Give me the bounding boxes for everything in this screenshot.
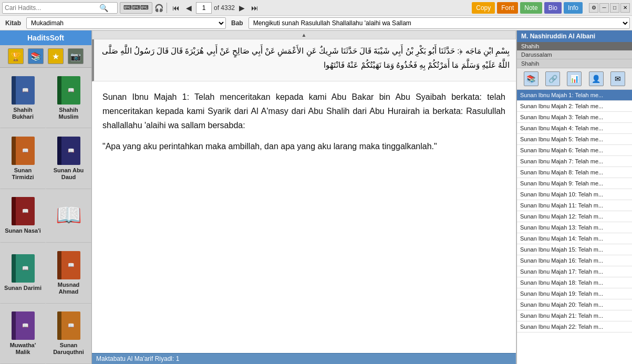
book-sunan-abu-daud[interactable]: 📖 Sunan Abu Daud <box>46 128 91 189</box>
minimize-button[interactable]: ─ <box>599 3 609 13</box>
nav-next-button[interactable]: ▶ <box>237 3 247 13</box>
book-sunan-darimi[interactable]: 📖 Sunan Darimi <box>0 243 46 303</box>
right-subheader: Shahih <box>517 42 632 50</box>
hadith-list-item[interactable]: Sunan Ibnu Majah 21: Telah m... <box>517 310 632 321</box>
book-sunan-nasai[interactable]: 📖 Sunan Nasa'i <box>0 189 46 243</box>
hadith-list-item[interactable]: Sunan Ibnu Majah 20: Telah m... <box>517 299 632 310</box>
page-total-text: of 4332 <box>214 4 235 12</box>
star-icon[interactable]: ★ <box>48 48 64 64</box>
top-toolbar: 🔍 ⌨⌨⌨ 🎧 ⏮ ◀ 1 of 4332 ▶ ⏭ Copy Font Note… <box>0 0 632 16</box>
page-number-input[interactable]: 1 <box>196 2 212 14</box>
book-shahih-bukhari[interactable]: 📖 Shahih Bukhari <box>0 68 46 128</box>
right-icons: 📚 🔗 📊 👤 ✉ <box>517 68 632 90</box>
book-label-muwatha-malik: Muwatha' Malik <box>3 342 43 356</box>
settings-icon[interactable]: ⚙ <box>589 3 598 13</box>
book-label-sunan-darimi: Sunan Darimi <box>4 285 42 292</box>
trophy-icon[interactable]: 🏆 <box>8 48 24 64</box>
hadith-list-item[interactable]: Sunan Ibnu Majah 13: Telah m... <box>517 222 632 233</box>
book-label-sunan-nasai: Sunan Nasa'i <box>5 227 41 234</box>
book-label-sunan-abu-daud: Sunan Abu Daud <box>48 167 89 181</box>
nav-prev-button[interactable]: ◀ <box>184 3 194 13</box>
hadith-list-item[interactable]: Sunan Ibnu Majah 9: Telah me... <box>517 178 632 189</box>
book-muwatha-malik[interactable]: 📖 Muwatha' Malik <box>0 304 46 364</box>
camera-icon[interactable]: 📷 <box>68 48 84 64</box>
hadith-line1: Sunan Ibnu Majah 1: Telah menceritakan k… <box>102 90 505 133</box>
search-icon[interactable]: 🔍 <box>99 4 108 12</box>
book-sunan-tirmidzi[interactable]: 📖 Sunan Tirmidzi <box>0 128 46 189</box>
copy-button[interactable]: Copy <box>472 2 495 14</box>
book-label-shahih-muslim: Shahih Muslim <box>48 107 89 120</box>
kitab-bar: Kitab Mukadimah Bab Mengikuti sunah Rasu… <box>0 16 632 30</box>
bab-label: Bab <box>228 19 246 27</box>
hadith-list-item[interactable]: Sunan Ibnu Majah 8: Telah me... <box>517 167 632 178</box>
bio-button[interactable]: Bio <box>544 2 562 14</box>
book-shahih-muslim[interactable]: 📖 Shahih Muslim <box>46 68 91 128</box>
hadith-list-item[interactable]: Sunan Ibnu Majah 12: Telah m... <box>517 211 632 222</box>
nav-last-button[interactable]: ⏭ <box>249 3 261 13</box>
nav-first-button[interactable]: ⏮ <box>170 3 182 13</box>
headphone-icon[interactable]: 🎧 <box>154 4 163 12</box>
hadith-list-item[interactable]: Sunan Ibnu Majah 4: Telah me... <box>517 123 632 134</box>
maximize-button[interactable]: □ <box>610 3 619 13</box>
right-mail-icon[interactable]: ✉ <box>610 71 625 86</box>
middle-content: ▲ بِسْمِ ابْنِ مَاجَه ﴿: حَدَّثَنَا أَبُ… <box>92 30 516 364</box>
hadith-list-item[interactable]: Sunan Ibnu Majah 10: Telah m... <box>517 189 632 200</box>
note-button[interactable]: Note <box>520 2 542 14</box>
window-controls: ⚙ ─ □ ✕ <box>589 3 630 13</box>
books-grid: 📖 Shahih Bukhari 📖 Shahih Muslim 📖 Sunan… <box>0 68 91 364</box>
right-panel: M. Nashiruddin Al Albani Shahih Darussal… <box>516 30 632 364</box>
bab-select[interactable]: Mengikuti sunah Rasulullah Shallallahu '… <box>248 17 630 29</box>
left-sidebar: HaditsSoft 🏆 📚 ★ 📷 📖 Shahih Bukhari 📖 <box>0 30 92 364</box>
right-book-icon[interactable]: 📚 <box>524 71 538 86</box>
hadith-content: Sunan Ibnu Majah 1: Telah menceritakan k… <box>92 81 516 353</box>
hadith-list: Sunan Ibnu Majah 1: Telah me...Sunan Ibn… <box>517 90 632 364</box>
hadith-list-item[interactable]: Sunan Ibnu Majah 5: Telah me... <box>517 134 632 145</box>
right-chart-icon[interactable]: 📊 <box>567 71 582 86</box>
hadith-list-item[interactable]: Sunan Ibnu Majah 1: Telah me... <box>517 90 632 101</box>
right-pub-status: Shahih <box>517 59 632 68</box>
hadith-list-item[interactable]: Sunan Ibnu Majah 18: Telah m... <box>517 277 632 288</box>
hadith-list-item[interactable]: Sunan Ibnu Majah 11: Telah m... <box>517 200 632 211</box>
hadith-list-item[interactable]: Sunan Ibnu Majah 17: Telah m... <box>517 266 632 277</box>
hadith-list-item[interactable]: Sunan Ibnu Majah 2: Telah me... <box>517 101 632 112</box>
book-open[interactable]: 📖 <box>46 189 91 243</box>
book-sunan-daruquthni[interactable]: 📖 Sunan Daruquthni <box>46 304 91 364</box>
book-label-sunan-tirmidzi: Sunan Tirmidzi <box>3 167 43 181</box>
arabic-text: بِسْمِ ابْنِ مَاجَه ﴿: حَدَّثَنَا أَبُو … <box>92 39 516 81</box>
hadith-list-item[interactable]: Sunan Ibnu Majah 7: Telah me... <box>517 156 632 167</box>
font-button[interactable]: Font <box>497 2 518 14</box>
hadith-list-item[interactable]: Sunan Ibnu Majah 19: Telah m... <box>517 288 632 299</box>
scroll-up-arrow[interactable]: ▲ <box>92 30 516 39</box>
close-button[interactable]: ✕ <box>620 3 630 13</box>
right-link-icon[interactable]: 🔗 <box>545 71 560 86</box>
nav-divider <box>167 3 167 13</box>
hadith-line2: "Apa yang aku perintahkan maka ambillah,… <box>102 139 505 153</box>
search-input[interactable] <box>5 4 99 12</box>
book-label-sunan-daruquthni: Sunan Daruquthni <box>48 342 89 356</box>
books-icon[interactable]: 📚 <box>28 48 44 64</box>
main-layout: HaditsSoft 🏆 📚 ★ 📷 📖 Shahih Bukhari 📖 <box>0 30 632 364</box>
right-person-icon[interactable]: 👤 <box>589 71 604 86</box>
keyboard-button[interactable]: ⌨⌨⌨ <box>120 2 152 14</box>
right-publisher: Darussalam <box>517 50 632 59</box>
status-bar: Maktabatu Al Ma'arif Riyadl: 1 <box>92 353 516 364</box>
hadith-list-item[interactable]: Sunan Ibnu Majah 22: Telah m... <box>517 321 632 332</box>
book-label-musnad-ahmad: Musnad Ahmad <box>48 282 89 295</box>
search-box[interactable]: 🔍 <box>2 2 118 14</box>
hadith-list-item[interactable]: Sunan Ibnu Majah 16: Telah m... <box>517 255 632 266</box>
sidebar-title: HaditsSoft <box>0 30 91 45</box>
hadith-list-item[interactable]: Sunan Ibnu Majah 3: Telah me... <box>517 112 632 123</box>
kitab-select[interactable]: Mukadimah <box>26 17 226 29</box>
book-musnad-ahmad[interactable]: 📖 Musnad Ahmad <box>46 243 91 303</box>
hadith-list-item[interactable]: Sunan Ibnu Majah 6: Telah me... <box>517 145 632 156</box>
kitab-label: Kitab <box>2 19 24 27</box>
sidebar-icons: 🏆 📚 ★ 📷 <box>0 45 91 68</box>
hadith-list-item[interactable]: Sunan Ibnu Majah 15: Telah m... <box>517 244 632 255</box>
info-button[interactable]: Info <box>564 2 583 14</box>
hadith-list-item[interactable]: Sunan Ibnu Majah 14: Telah m... <box>517 233 632 244</box>
book-label-shahih-bukhari: Shahih Bukhari <box>3 107 43 120</box>
right-header: M. Nashiruddin Al Albani <box>517 30 632 42</box>
